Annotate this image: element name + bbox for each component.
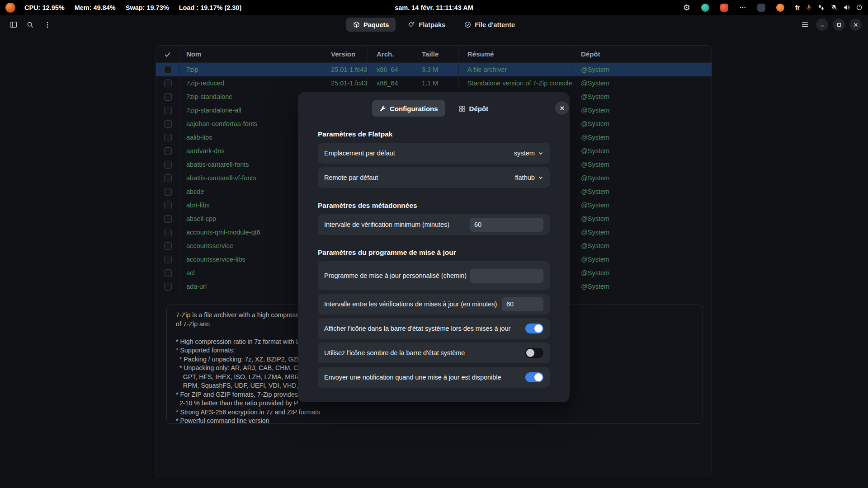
search-button[interactable] [24,18,37,32]
settings-label: Remote par défaut [324,174,378,181]
clock[interactable]: sam. 14 févr. 11:11:43 AM [395,4,473,11]
dialog-close-button[interactable] [555,101,569,115]
tab-label: Flatpaks [419,21,445,28]
default-location-dropdown[interactable]: system [514,150,543,157]
system-indicators: fr [795,4,863,11]
show-tray-icon-toggle[interactable] [525,324,543,333]
flatpak-icon [408,21,415,28]
mem-stat: Mem: 49.84% [75,4,116,11]
dark-tray-icon-toggle[interactable] [525,348,543,358]
package-icon [353,21,360,28]
notifications-off-icon[interactable] [830,4,837,11]
tab-label: File d'attente [475,21,515,28]
search-icon [27,21,34,28]
power-icon[interactable] [856,4,863,11]
tray-app-dark-icon[interactable] [757,4,765,12]
repo-icon [459,105,466,112]
sidebar-toggle-icon [9,21,17,28]
titlebar-left-actions [6,18,54,32]
settings-row-show-tray-icon: Afficher l'icône dans la barre d'état sy… [318,318,550,339]
swap-stat: Swap: 19.73% [126,4,169,11]
hamburger-icon [801,21,809,28]
tray-app-orange-icon[interactable] [776,4,784,12]
dialog-tab-label: Dépôt [469,105,489,113]
keyboard-layout-indicator[interactable]: fr [795,4,800,11]
minimize-button[interactable] [816,19,828,31]
dropdown-value: system [514,150,535,157]
chevron-down-icon [538,150,543,156]
system-top-bar: CPU: 12.95% Mem: 49.84% Swap: 19.73% Loa… [0,0,868,15]
system-tray: ⚙ fr [683,4,863,12]
load-stat: Load : 19.17% (2.30) [179,4,242,11]
settings-label: Emplacement par défaut [324,150,395,157]
header-tabs: PaquetsFlatpaksFile d'attente [346,18,522,32]
tab-flatpaks[interactable]: Flatpaks [401,18,452,32]
settings-row-dark-tray-icon: Utilisez l'icône sombre de la barre d'ét… [318,343,550,363]
settings-label: Programme de mise à jour personnalisé (c… [324,272,467,280]
close-icon [559,105,565,111]
settings-row-min-check-interval: Intervalle de vérification minimum (minu… [318,214,550,235]
custom-updater-path-input[interactable] [470,269,543,283]
overflow-dots-icon[interactable] [739,4,746,11]
section-title: Paramètres de Flatpak [318,130,550,138]
settings-label: Envoyer une notification quand une mise … [324,374,501,381]
volume-icon[interactable] [843,4,850,11]
dialog-tab-configurations[interactable]: Configurations [372,100,445,117]
tray-app-teal-icon[interactable] [701,4,709,12]
dialog-tab-label: Configurations [390,105,438,113]
close-icon [853,22,859,28]
settings-row-default-location: Emplacement par défautsystem [318,143,550,164]
wrench-icon [379,105,386,112]
window-titlebar: PaquetsFlatpaksFile d'attente [0,15,868,34]
network-icon[interactable] [818,4,825,11]
update-check-interval-input[interactable] [502,297,543,311]
settings-dialog: ConfigurationsDépôt Paramètres de Flatpa… [298,92,570,402]
main-menu-button[interactable] [798,18,811,32]
system-stats-group: CPU: 12.95% Mem: 49.84% Swap: 19.73% Loa… [5,3,241,13]
min-check-interval-input[interactable] [470,218,543,232]
tray-app-red-icon[interactable] [720,4,728,12]
section-title: Paramètres des métadonnées [318,202,550,210]
gear-icon[interactable]: ⚙ [683,4,690,12]
tab-paquets[interactable]: Paquets [346,18,396,32]
settings-label: Utilisez l'icône sombre de la barre d'ét… [324,349,465,357]
dialog-tab-depot[interactable]: Dépôt [452,100,496,117]
queue-icon [464,21,471,28]
settings-label: Afficher l'icône dans la barre d'état sy… [324,325,510,332]
kebab-icon [44,21,51,28]
cpu-stat: CPU: 12.95% [24,4,65,11]
dialog-sections: Paramètres de FlatpakEmplacement par déf… [318,130,550,388]
titlebar-right-actions [798,18,862,32]
close-button[interactable] [849,19,862,31]
section-title: Paramètres du programme de mise à jour [318,249,550,257]
dropdown-value: flathub [515,174,535,181]
maximize-button[interactable] [833,19,845,31]
settings-label: Intervalle entre les vérifications de mi… [324,300,497,308]
tab-label: Paquets [363,21,389,28]
microphone-icon[interactable] [806,4,812,11]
chevron-down-icon [538,175,543,180]
settings-row-custom-updater-path: Programme de mise à jour personnalisé (c… [318,261,550,290]
tray-app-icons: ⚙ [683,4,784,12]
more-options-button[interactable] [41,18,54,32]
notify-update-toggle[interactable] [525,372,543,382]
tab-queue[interactable]: File d'attente [458,18,522,32]
settings-row-default-remote: Remote par défautflathub [318,167,550,188]
default-remote-dropdown[interactable]: flathub [515,174,543,181]
dialog-tabs: ConfigurationsDépôt [307,100,561,117]
maximize-icon [836,22,842,28]
settings-row-notify-update: Envoyer une notification quand une mise … [318,367,550,388]
sidebar-toggle-button[interactable] [6,18,20,32]
minimize-icon [820,22,825,28]
settings-label: Intervalle de vérification minimum (minu… [324,221,449,228]
system-app-icon[interactable] [5,3,15,13]
system-stats: CPU: 12.95% Mem: 49.84% Swap: 19.73% Loa… [24,4,241,11]
settings-row-update-check-interval: Intervalle entre les vérifications de mi… [318,294,550,314]
